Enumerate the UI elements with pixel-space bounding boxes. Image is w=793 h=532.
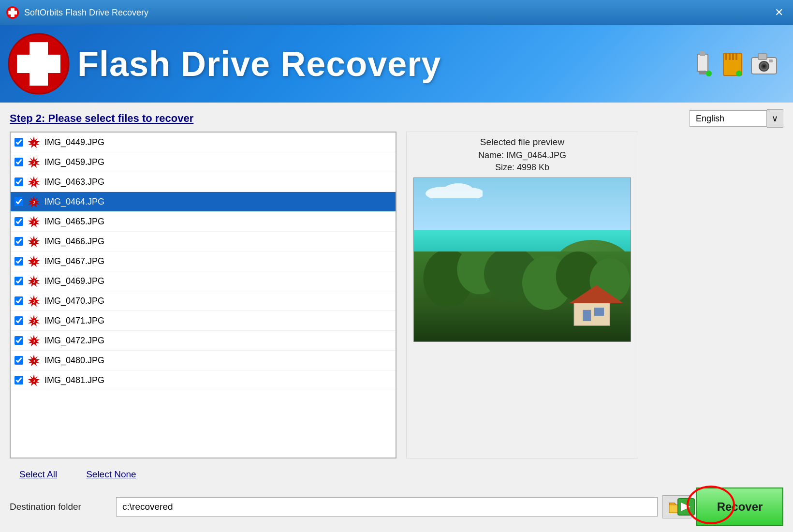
header-banner: Flash Drive Recovery — [0, 25, 793, 103]
svg-rect-17 — [758, 54, 767, 59]
file-list-item[interactable]: J IMG_0472.JPG — [11, 331, 396, 351]
preview-panel: Selected file preview Name: IMG_0464.JPG… — [406, 132, 638, 458]
close-button[interactable]: ✕ — [771, 5, 787, 20]
file-checkbox[interactable] — [15, 158, 23, 166]
file-type-icon: J — [27, 294, 41, 308]
file-name-label: IMG_0449.JPG — [44, 137, 104, 148]
language-select[interactable]: English — [690, 110, 767, 127]
file-type-icon: J — [27, 215, 41, 228]
svg-rect-11 — [725, 53, 727, 60]
file-type-icon: J — [27, 254, 41, 268]
file-list-item[interactable]: J IMG_0471.JPG — [11, 311, 396, 331]
file-type-icon: J — [27, 135, 41, 149]
file-type-icon: J — [27, 175, 41, 189]
file-checkbox[interactable] — [15, 296, 23, 305]
file-name-label: IMG_0463.JPG — [44, 177, 104, 187]
svg-text:J: J — [33, 260, 35, 264]
file-checkbox[interactable] — [15, 217, 23, 226]
file-checkbox[interactable] — [15, 277, 23, 285]
recover-button-wrapper: Recover — [696, 488, 783, 526]
file-type-icon: J — [27, 274, 41, 288]
file-checkbox[interactable] — [15, 138, 23, 147]
step-label: Step 2: Please select files to recover — [10, 112, 193, 125]
file-list-item[interactable]: J IMG_0480.JPG — [11, 351, 396, 370]
file-checkbox[interactable] — [15, 376, 23, 384]
file-type-icon: J — [27, 373, 41, 387]
sd-card-icon — [720, 49, 746, 78]
language-dropdown-button[interactable]: ∨ — [767, 109, 783, 128]
svg-text:J: J — [33, 220, 35, 224]
file-name-label: IMG_0464.JPG — [44, 197, 104, 207]
svg-text:J: J — [33, 200, 35, 205]
svg-text:J: J — [33, 141, 35, 145]
svg-rect-13 — [732, 53, 734, 60]
destination-row: Destination folder Recover — [10, 488, 783, 526]
file-list-item[interactable]: J IMG_0463.JPG — [11, 172, 396, 192]
destination-input[interactable] — [116, 497, 658, 517]
svg-rect-21 — [769, 59, 773, 62]
svg-text:J: J — [33, 299, 35, 304]
file-list-item[interactable]: J IMG_0469.JPG — [11, 271, 396, 291]
file-name-label: IMG_0465.JPG — [44, 217, 104, 227]
svg-rect-14 — [735, 53, 737, 60]
svg-rect-57 — [574, 301, 610, 325]
file-name-label: IMG_0471.JPG — [44, 316, 104, 326]
file-list-item[interactable]: J IMG_0481.JPG — [11, 370, 396, 390]
svg-point-15 — [736, 71, 742, 76]
file-checkbox[interactable] — [15, 237, 23, 246]
select-buttons: Select All Select None — [10, 469, 783, 480]
trees-svg — [414, 251, 631, 341]
file-list-item[interactable]: J IMG_0465.JPG — [11, 212, 396, 232]
file-list-item[interactable]: J IMG_0464.JPG — [11, 192, 396, 212]
svg-text:J: J — [33, 359, 35, 363]
file-list-item[interactable]: J IMG_0466.JPG — [11, 232, 396, 251]
svg-rect-7 — [700, 51, 705, 56]
file-checkbox[interactable] — [15, 177, 23, 186]
file-list-item[interactable]: J IMG_0459.JPG — [11, 152, 396, 172]
file-type-icon: J — [27, 354, 41, 367]
file-type-icon: J — [27, 235, 41, 248]
file-name-label: IMG_0459.JPG — [44, 157, 104, 167]
svg-rect-2 — [8, 11, 17, 15]
recover-button[interactable]: Recover — [696, 488, 783, 526]
file-checkbox[interactable] — [15, 356, 23, 365]
preview-title: Selected file preview — [480, 137, 564, 148]
app-icon — [6, 6, 19, 19]
file-list-item[interactable]: J IMG_0470.JPG — [11, 291, 396, 311]
file-checkbox[interactable] — [15, 336, 23, 345]
file-name-label: IMG_0470.JPG — [44, 296, 104, 306]
file-checkbox[interactable] — [15, 197, 23, 206]
select-all-button[interactable]: Select All — [19, 469, 57, 480]
svg-rect-5 — [17, 55, 60, 73]
preview-trees — [414, 251, 631, 341]
bottom-bar: Select All Select None Destination folde… — [0, 463, 793, 532]
destination-label: Destination folder — [10, 502, 111, 512]
svg-text:J: J — [33, 379, 35, 383]
svg-rect-60 — [594, 308, 604, 316]
header-title: Flash Drive Recovery — [73, 44, 690, 84]
select-none-button[interactable]: Select None — [86, 469, 136, 480]
app-title: SoftOrbits Flash Drive Recovery — [24, 8, 148, 18]
title-bar-left: SoftOrbits Flash Drive Recovery — [6, 6, 148, 19]
file-checkbox[interactable] — [15, 257, 23, 266]
cloud-svg — [425, 181, 483, 198]
svg-text:J: J — [33, 161, 35, 165]
file-name-label: IMG_0466.JPG — [44, 236, 104, 247]
language-selector-wrapper[interactable]: English ∨ — [690, 109, 783, 128]
svg-rect-12 — [729, 53, 731, 60]
usb-icon — [690, 49, 716, 78]
svg-text:J: J — [33, 319, 35, 324]
svg-point-20 — [763, 65, 765, 68]
file-list-scroll[interactable]: J IMG_0449.JPG J IMG_0459.JPG J IMG_0463… — [11, 133, 396, 458]
file-list-item[interactable]: J IMG_0449.JPG — [11, 133, 396, 152]
svg-rect-8 — [699, 71, 706, 74]
preview-size: Size: 4998 Kb — [495, 163, 549, 173]
file-checkbox[interactable] — [15, 316, 23, 325]
svg-rect-6 — [697, 54, 708, 72]
file-type-icon: J — [27, 314, 41, 327]
file-list-item[interactable]: J IMG_0467.JPG — [11, 251, 396, 271]
file-name-label: IMG_0472.JPG — [44, 336, 104, 346]
file-list-panel: J IMG_0449.JPG J IMG_0459.JPG J IMG_0463… — [10, 132, 396, 458]
file-name-label: IMG_0467.JPG — [44, 256, 104, 266]
file-type-icon: J — [27, 334, 41, 347]
